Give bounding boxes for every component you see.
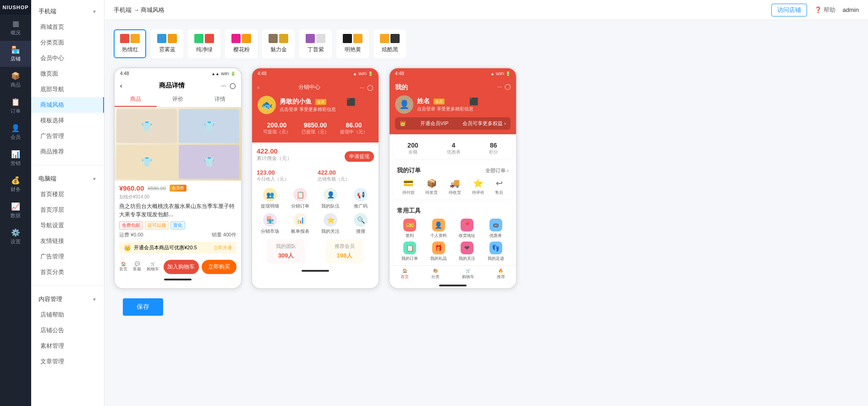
my-header: 我的 ··· ◯ 👤 姓名 会员 ⬛ (390, 79, 516, 134)
tab-goods[interactable]: 商品 (115, 93, 157, 107)
menu-store-help[interactable]: 店铺帮助 (31, 307, 104, 323)
menu-pc-home-float[interactable]: 首页浮层 (31, 202, 104, 218)
menu-goods-recommend[interactable]: 商品推荐 (31, 144, 104, 159)
vip-open-text[interactable]: 立即开通 (214, 245, 232, 251)
bottom-nav-recommend[interactable]: 🔥 推荐 (497, 269, 505, 280)
order-pending-receive[interactable]: 🚚 待收货 (449, 178, 461, 196)
nav-goods[interactable]: 📦 商品 (0, 67, 31, 93)
dist-tool-market[interactable]: 🏪 分销市场 (257, 213, 283, 235)
nav-settings[interactable]: ⚙️ 设置 (0, 224, 31, 250)
color-swatch-orange (131, 34, 140, 43)
theme-bright-yellow-colors (343, 34, 363, 43)
more-icon-my: ··· (497, 83, 502, 92)
dist-tool-team[interactable]: 👤 我的队伍 (317, 188, 344, 209)
tool-checkin[interactable]: 🎫 签到 (397, 219, 423, 239)
dist-today-income: 123.00 今日收入（元） (257, 169, 313, 182)
tools-grid: 🎫 签到 👤 个人资料 📍 收货地址 (397, 219, 509, 262)
tool-footprint[interactable]: 👣 我的足迹 (483, 241, 509, 262)
theme-hot-red[interactable]: 热情红 (114, 29, 146, 58)
pc-section-header[interactable]: 电脑端 ▼ (31, 171, 104, 187)
dist-today-income-val: 123.00 (257, 169, 313, 176)
vip-price-badge: 会员价 (170, 185, 187, 192)
theme-ding-purple[interactable]: 丁普紫 (299, 29, 332, 58)
visit-store-button[interactable]: 访问店铺 (771, 4, 807, 16)
menu-ad-management[interactable]: 广告管理 (31, 128, 104, 144)
nav-finance[interactable]: 💰 财务 (0, 171, 31, 198)
dist-tool-search[interactable]: 🔍 搜搜 (347, 213, 374, 235)
buy-now-button[interactable]: 立即购买 (202, 260, 237, 274)
coupon-label: 优惠券 (489, 233, 502, 239)
menu-template-select[interactable]: 模板选择 (31, 113, 104, 128)
order-pending-pay[interactable]: 💳 待付款 (402, 178, 415, 196)
dist-tool-order[interactable]: 📋 分销订单 (287, 188, 313, 209)
theme-dazzle-black[interactable]: 炫酷黑 (374, 29, 406, 58)
service-icon: 💬 (135, 262, 140, 266)
menu-article-mgmt[interactable]: 文章管理 (31, 354, 104, 369)
nav-store-label: 店铺 (11, 55, 21, 62)
tool-gift[interactable]: 🎁 我的礼品 (426, 241, 452, 262)
nav-data[interactable]: 📈 数据 (0, 198, 31, 224)
nav-marketing[interactable]: 📊 营销 (0, 145, 31, 171)
menu-pc-home-cat[interactable]: 首页分类 (31, 264, 104, 280)
content-section-header[interactable]: 内容管理 ▼ (31, 291, 104, 307)
bottom-nav-home[interactable]: 🏠 首页 (401, 269, 409, 280)
menu-micro-page[interactable]: 微页面 (31, 66, 104, 82)
dist-tool-detail[interactable]: 👥 提现明细 (257, 188, 283, 209)
theme-pure-green[interactable]: 纯净绿 (188, 29, 220, 58)
save-button[interactable]: 保存 (123, 298, 163, 316)
menu-pc-home-top[interactable]: 首页楼层 (31, 187, 104, 202)
theme-bright-yellow[interactable]: 明艳黄 (336, 29, 369, 58)
nav-goods-label: 商品 (11, 82, 21, 88)
tab-detail[interactable]: 详情 (199, 93, 241, 107)
add-to-cart-button[interactable]: 加入购物车 (164, 260, 199, 274)
apply-withdraw-button[interactable]: 申请提现 (345, 151, 374, 162)
dist-tool-bill[interactable]: 📊 账单报表 (287, 213, 313, 235)
tool-profile[interactable]: 👤 个人资料 (426, 219, 452, 239)
bottom-nav-category[interactable]: 🎨 分类 (431, 269, 439, 280)
nav-overview[interactable]: ▦ 概况 (0, 15, 31, 41)
order-pending-review[interactable]: ⭐ 待评价 (472, 178, 484, 196)
nav-service[interactable]: 💬客服 (133, 262, 141, 272)
dist-tool-qr[interactable]: 📢 推广码 (347, 188, 374, 209)
tool-my-order[interactable]: 📋 我的订单 (397, 241, 423, 262)
menu-mobile-home[interactable]: 商城首页 (31, 19, 104, 35)
tab-reviews[interactable]: 评价 (157, 93, 199, 107)
nav-order[interactable]: 📋 订单 (0, 93, 31, 119)
menu-bottom-nav[interactable]: 底部导航 (31, 82, 104, 97)
help-link[interactable]: ❓ 帮助 (814, 6, 835, 14)
dist-tool-follow[interactable]: ⭐ 我的关注 (317, 213, 344, 235)
tool-coupon[interactable]: 🎟 优惠券 (483, 219, 509, 239)
shipping-text: 运费 ¥0.00 (119, 231, 143, 238)
my-vip-banner[interactable]: 👑 开通会员VIP 会员可享更多权益 › (395, 117, 511, 130)
theme-sky-blue[interactable]: 霓雾蓝 (151, 29, 183, 58)
menu-friendly-links[interactable]: 友情链接 (31, 233, 104, 249)
mobile-section-title: 手机端 (38, 7, 56, 16)
dist-tool-market-icon: 🏪 (263, 213, 277, 227)
menu-pc-ad[interactable]: 广告管理 (31, 249, 104, 264)
nav-member[interactable]: 👤 会员 (0, 119, 31, 145)
menu-category[interactable]: 分类页面 (31, 35, 104, 50)
menu-nav-settings[interactable]: 导航设置 (31, 218, 104, 233)
menu-mall-style[interactable]: 商城风格 (31, 97, 104, 113)
menu-material-mgmt[interactable]: 素材管理 (31, 338, 104, 354)
nav-cart[interactable]: 🛒购物车 (147, 262, 159, 272)
nav-store[interactable]: 🏪 店铺 (0, 41, 31, 67)
tool-follow[interactable]: ❤ 我的关注 (454, 241, 480, 262)
mobile-section-header[interactable]: 手机端 ▼ (31, 4, 104, 19)
bottom-nav-cart[interactable]: 🛒 购物车 (462, 269, 474, 280)
tool-address[interactable]: 📍 收货地址 (454, 219, 480, 239)
pending-pay-label: 待付款 (402, 190, 415, 196)
order-pending-ship[interactable]: 📦 待发货 (425, 178, 438, 196)
dist-amount-info: 422.00 累计佣金（元） (257, 147, 292, 165)
order-after-sale[interactable]: ↩ 售后 (495, 178, 503, 196)
color-swatch-purple1 (306, 34, 315, 43)
nav-home[interactable]: 🏠首页 (119, 262, 127, 272)
my-order-all-link[interactable]: 全部订单 › (485, 167, 509, 174)
menu-member-center[interactable]: 会员中心 (31, 50, 104, 66)
theme-charm-gold[interactable]: 魅力金 (262, 29, 295, 58)
dist-total-sales-val: 422.00 (318, 169, 374, 176)
theme-cherry-pink[interactable]: 樱花粉 (225, 29, 258, 58)
menu-store-notice[interactable]: 店铺公告 (31, 323, 104, 338)
my-order-header: 我的订单 全部订单 › (397, 166, 509, 175)
finance-icon: 💰 (11, 176, 20, 185)
